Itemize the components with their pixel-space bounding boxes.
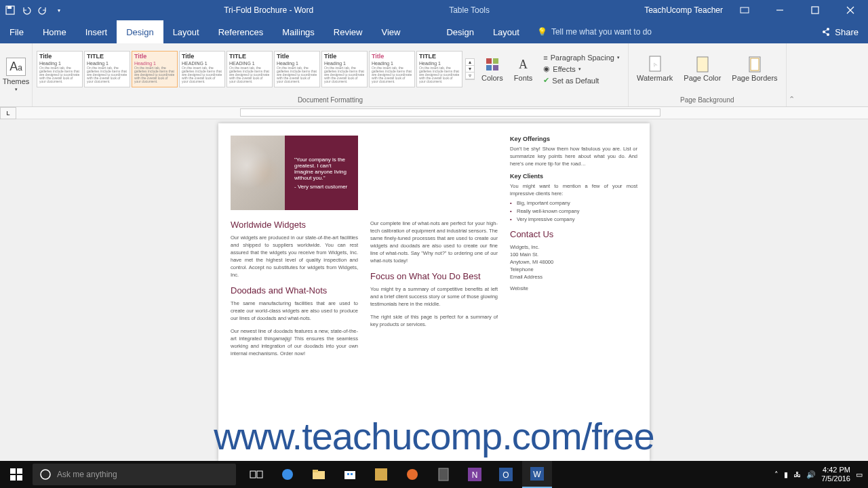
tray-chevron-icon[interactable]: ˄ bbox=[774, 470, 778, 479]
fonts-button[interactable]: A Fonts bbox=[510, 56, 537, 82]
heading[interactable]: Focus on What You Do Best bbox=[370, 271, 498, 281]
file-explorer-icon[interactable] bbox=[304, 461, 334, 488]
cortana-search[interactable]: Ask me anything bbox=[33, 464, 236, 485]
page-borders-button[interactable]: Page Borders bbox=[728, 57, 781, 82]
tell-me-search[interactable]: 💡 Tell me what you want to do bbox=[529, 20, 812, 43]
share-button[interactable]: Share bbox=[812, 20, 868, 43]
contact-heading[interactable]: Contact Us bbox=[510, 229, 637, 239]
firefox-icon[interactable] bbox=[397, 461, 427, 488]
system-tray[interactable]: ˄ ▮ 🖧 🔊 4:42 PM 7/5/2016 ▭ bbox=[774, 466, 868, 483]
outlook-icon[interactable]: O bbox=[491, 461, 521, 488]
style-gallery[interactable]: TitleHeading 1On the insert tab, the gal… bbox=[37, 51, 462, 87]
start-button[interactable] bbox=[0, 468, 33, 481]
close-button[interactable] bbox=[837, 0, 864, 20]
list-item[interactable]: Big, important company bbox=[510, 200, 637, 206]
gallery-scroll[interactable]: ▴ ▾ ▿ bbox=[465, 58, 475, 80]
style-gallery-item[interactable]: TitleHEADING 1On the insert tab, the gal… bbox=[179, 51, 225, 87]
tab-selector[interactable]: L bbox=[0, 107, 16, 119]
brochure-quote[interactable]: "Your company is the greatest. I can't i… bbox=[285, 136, 358, 210]
volume-icon[interactable]: 🔊 bbox=[806, 470, 816, 479]
heading[interactable]: Key Clients bbox=[510, 173, 637, 180]
gallery-more-icon[interactable]: ▿ bbox=[466, 73, 474, 79]
onenote-icon[interactable]: N bbox=[460, 461, 490, 488]
battery-icon[interactable]: ▮ bbox=[784, 470, 788, 479]
style-gallery-item[interactable]: TitleHeading 1On the insert tab, the gal… bbox=[321, 51, 368, 87]
edge-icon[interactable] bbox=[273, 461, 302, 488]
taskbar: Ask me anything N O W ˄ ▮ 🖧 🔊 4:42 PM 7/… bbox=[0, 461, 868, 488]
svg-rect-22 bbox=[17, 468, 22, 474]
chevron-down-icon: ▾ bbox=[15, 87, 18, 92]
cortana-icon bbox=[39, 468, 52, 481]
account-name[interactable]: TeachUcomp Teacher bbox=[644, 5, 723, 15]
maximize-button[interactable] bbox=[802, 0, 829, 20]
heading[interactable]: Worldwide Widgets bbox=[231, 220, 358, 230]
paragraph-spacing-button[interactable]: ≡Paragraph Spacing▾ bbox=[543, 54, 620, 62]
paragraph[interactable]: Don't be shy! Show them how fabulous you… bbox=[510, 145, 637, 167]
client-list[interactable]: Big, important company Really well-known… bbox=[510, 200, 637, 222]
address[interactable]: Widgets, Inc. 100 Main St. Anytown, MI 4… bbox=[510, 243, 637, 292]
tab-home[interactable]: Home bbox=[33, 20, 76, 43]
svg-rect-12 bbox=[486, 58, 492, 64]
svg-text:W: W bbox=[533, 470, 541, 479]
notifications-icon[interactable]: ▭ bbox=[856, 470, 863, 479]
paragraph[interactable]: Our newest line of doodads features a ne… bbox=[231, 327, 358, 357]
word-icon[interactable]: W bbox=[522, 461, 552, 488]
style-gallery-item[interactable]: TITLEHEADING 1On the insert tab, the gal… bbox=[226, 51, 273, 87]
store-icon[interactable] bbox=[335, 461, 365, 488]
paragraph[interactable]: Our complete line of what-nots are perfe… bbox=[370, 220, 498, 264]
gallery-up-icon[interactable]: ▴ bbox=[466, 59, 474, 66]
style-gallery-item[interactable]: TitleHeading 1On the insert tab, the gal… bbox=[132, 51, 178, 87]
tab-review[interactable]: Review bbox=[324, 20, 372, 43]
style-gallery-item[interactable]: TitleHeading 1On the insert tab, the gal… bbox=[369, 51, 415, 87]
gallery-down-icon[interactable]: ▾ bbox=[466, 66, 474, 73]
tab-tabletools-design[interactable]: Design bbox=[437, 20, 483, 43]
themes-button[interactable]: Aa Themes ▾ bbox=[3, 58, 30, 92]
undo-icon[interactable] bbox=[22, 5, 31, 15]
tab-design[interactable]: Design bbox=[117, 20, 163, 43]
svg-rect-4 bbox=[812, 7, 818, 14]
set-default-button[interactable]: ✔Set as Default bbox=[543, 76, 620, 85]
svg-line-11 bbox=[824, 32, 828, 35]
colors-button[interactable]: Colors bbox=[477, 56, 507, 82]
watermark-button[interactable]: A Watermark bbox=[633, 56, 677, 82]
tab-insert[interactable]: Insert bbox=[76, 20, 117, 43]
task-view-icon[interactable] bbox=[241, 461, 271, 488]
qat-more-icon[interactable]: ▾ bbox=[54, 5, 64, 15]
heading[interactable]: Key Offerings bbox=[510, 136, 637, 142]
effects-button[interactable]: ◉Effects▾ bbox=[543, 64, 620, 73]
style-gallery-item[interactable]: TitleHeading 1On the insert tab, the gal… bbox=[274, 51, 320, 87]
heading[interactable]: Doodads and What-Nots bbox=[231, 285, 358, 296]
style-gallery-item[interactable]: TitleHeading 1On the insert tab, the gal… bbox=[37, 51, 83, 87]
overlay-url: www.teachucomp.com/free bbox=[0, 414, 868, 458]
brochure-col-2: Our complete line of what-nots are perfe… bbox=[370, 136, 498, 449]
collapse-ribbon-icon[interactable]: ⌃ bbox=[787, 43, 797, 106]
app-icon[interactable] bbox=[366, 461, 396, 488]
paragraph[interactable]: You might want to mention a few of your … bbox=[510, 182, 637, 197]
tab-file[interactable]: File bbox=[0, 20, 33, 43]
tab-layout[interactable]: Layout bbox=[163, 20, 209, 43]
clock[interactable]: 4:42 PM 7/5/2016 bbox=[821, 466, 850, 483]
ribbon-display-icon[interactable] bbox=[731, 0, 758, 20]
paragraph[interactable]: Our widgets are produced in our state-of… bbox=[231, 234, 358, 279]
tab-references[interactable]: References bbox=[209, 20, 273, 43]
ruler: L bbox=[0, 107, 868, 119]
lightbulb-icon: 💡 bbox=[537, 27, 547, 37]
style-gallery-item[interactable]: TITLEHeading 1On the insert tab, the gal… bbox=[84, 51, 130, 87]
paragraph[interactable]: The right side of this page is perfect f… bbox=[370, 313, 498, 328]
tab-view[interactable]: View bbox=[372, 20, 410, 43]
network-icon[interactable]: 🖧 bbox=[793, 470, 801, 479]
style-gallery-item[interactable]: TITLEHeading 1On the insert tab, the gal… bbox=[416, 51, 462, 87]
calculator-icon[interactable] bbox=[429, 461, 458, 488]
list-item[interactable]: Very impressive company bbox=[510, 216, 637, 222]
document-area[interactable]: "Your company is the greatest. I can't i… bbox=[0, 119, 868, 461]
paragraph[interactable]: You might try a summary of competitive b… bbox=[370, 285, 498, 308]
brochure-photo[interactable] bbox=[231, 136, 285, 210]
minimize-button[interactable] bbox=[766, 0, 793, 20]
redo-icon[interactable] bbox=[38, 5, 47, 15]
paragraph[interactable]: The same manufacturing facilities that a… bbox=[231, 300, 358, 322]
list-item[interactable]: Really well-known company bbox=[510, 208, 637, 214]
page-color-button[interactable]: Page Color bbox=[679, 57, 725, 82]
save-icon[interactable] bbox=[5, 5, 15, 15]
tab-mailings[interactable]: Mailings bbox=[273, 20, 324, 43]
tab-tabletools-layout[interactable]: Layout bbox=[484, 20, 529, 43]
